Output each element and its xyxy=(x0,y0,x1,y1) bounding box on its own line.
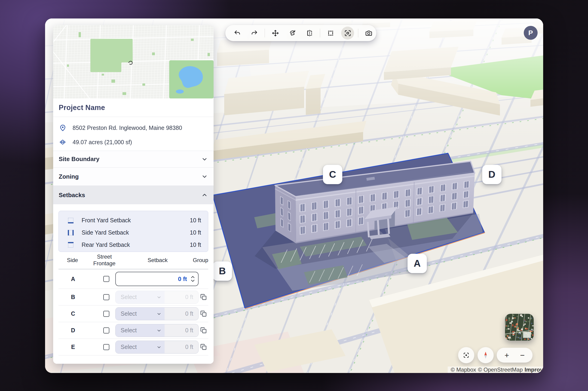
toolbar-camera-button[interactable] xyxy=(362,26,376,40)
copy-group-button[interactable] xyxy=(200,293,207,301)
section-zoning[interactable]: Zoning xyxy=(53,168,213,186)
attribution-openstreetmap[interactable]: © OpenStreetMap xyxy=(478,367,523,373)
chevron-up-icon xyxy=(201,192,207,198)
transform-box-icon xyxy=(327,29,334,37)
setback-summary-row: Front Yard Setback 10 ft xyxy=(59,214,208,226)
toolbar-divider xyxy=(358,29,358,37)
setback-summary-value: 10 ft xyxy=(190,241,201,248)
row-side-label: C xyxy=(59,310,88,317)
street-frontage-checkbox[interactable] xyxy=(103,311,109,317)
chevron-down-icon xyxy=(157,295,161,299)
focus-scan-icon xyxy=(344,29,352,37)
setback-value-field[interactable]: 0 ft xyxy=(165,324,198,337)
toolbar-transform-box-button[interactable] xyxy=(323,26,338,40)
column-header-side: Side xyxy=(59,257,87,264)
app-window: ABCD P Project Name 8502 Preston Rd. Ing… xyxy=(45,18,543,373)
toolbar-focus-scan-button[interactable] xyxy=(341,27,354,39)
zoom-out-button[interactable]: − xyxy=(520,351,525,359)
map-side-label-text: D xyxy=(489,169,495,180)
chevron-down-icon xyxy=(157,311,161,316)
setback-number-input[interactable]: 0 ft xyxy=(115,272,198,286)
attribution-mapbox[interactable]: © Mapbox xyxy=(451,367,476,373)
setback-table-row: C Select 0 ft xyxy=(59,305,208,322)
project-sidebar-panel: Project Name 8502 Preston Rd. Inglewood,… xyxy=(53,25,213,364)
street-frontage-checkbox[interactable] xyxy=(103,344,109,350)
focus-center-icon xyxy=(463,352,470,359)
project-info: 8502 Preston Rd. Inglewood, Maine 98380 … xyxy=(53,117,213,151)
setback-value-field[interactable]: 0 ft xyxy=(165,307,198,320)
chevron-down-icon xyxy=(201,174,207,180)
toolbar-rotate-button[interactable] xyxy=(285,26,299,40)
satellite-layer-toggle[interactable] xyxy=(505,314,534,341)
user-avatar[interactable]: P xyxy=(524,26,538,40)
map-side-label-c[interactable]: C xyxy=(323,165,342,184)
setback-summary-value: 10 ft xyxy=(190,229,201,236)
select-placeholder: Select xyxy=(121,327,157,334)
setback-value-field[interactable]: 0 ft xyxy=(165,341,198,353)
street-frontage-checkbox[interactable] xyxy=(103,276,109,282)
copy-group-button[interactable] xyxy=(200,343,207,351)
setback-summary-label: Side Yard Setback xyxy=(82,229,190,236)
rear-yard-setback-icon xyxy=(67,241,74,248)
setback-value-text: 0 ft xyxy=(185,327,193,334)
chevron-down-icon xyxy=(201,156,207,162)
setback-table-row: B Select 0 ft xyxy=(59,289,208,305)
street-frontage-checkbox[interactable] xyxy=(103,327,109,333)
zoom-in-button[interactable]: + xyxy=(504,351,509,359)
map-side-label-d[interactable]: D xyxy=(482,165,501,184)
setback-value-field[interactable]: 0 ft xyxy=(165,291,198,303)
select-placeholder: Select xyxy=(121,294,157,300)
area-row: 49.07 acres (21,000 sf) xyxy=(53,135,213,149)
setbacks-content: Front Yard Setback 10 ft Side Yard Setba… xyxy=(53,204,213,364)
section-setbacks[interactable]: Setbacks xyxy=(53,186,213,204)
attribution-improve-link[interactable]: Improve this map xyxy=(525,367,543,373)
chevron-down-icon xyxy=(157,345,161,349)
setback-summary-label: Front Yard Setback xyxy=(82,217,190,224)
section-site-boundary[interactable]: Site Boundary xyxy=(53,151,213,167)
copy-group-button[interactable] xyxy=(200,327,207,334)
setback-select[interactable]: Select xyxy=(115,324,165,337)
street-frontage-checkbox[interactable] xyxy=(103,294,109,300)
setback-value-text: 0 ft xyxy=(185,310,193,317)
setback-table-row: A 0 ft xyxy=(59,269,208,289)
map-side-label-text: C xyxy=(329,169,336,180)
copy-group-button[interactable] xyxy=(200,310,207,317)
map-attribution: © Mapbox © OpenStreetMap Improve this ma… xyxy=(448,367,543,373)
toolbar-redo-button[interactable] xyxy=(247,26,261,40)
setback-select[interactable]: Select xyxy=(115,291,165,303)
column-header-group: Group xyxy=(193,257,208,264)
row-side-label: D xyxy=(59,327,88,334)
satellite-thumbnail-image xyxy=(505,314,534,341)
avatar-initial: P xyxy=(528,29,533,37)
camera-icon xyxy=(365,29,373,37)
setback-select[interactable]: Select xyxy=(115,341,165,353)
map-side-label-b[interactable]: B xyxy=(213,261,232,281)
toolbar-mirror-button[interactable] xyxy=(302,26,317,40)
setback-summary-label: Rear Yard Setback xyxy=(82,241,190,248)
column-header-setback: Setback xyxy=(122,257,193,264)
address-text: 8502 Preston Rd. Inglewood, Maine 98380 xyxy=(73,124,182,131)
map-side-label-a[interactable]: A xyxy=(407,254,427,273)
setback-value-text: 0 ft xyxy=(185,294,193,300)
toolbar-move-button[interactable] xyxy=(268,26,283,40)
toolbar-divider xyxy=(320,29,320,37)
compass-button[interactable] xyxy=(478,347,494,363)
map-side-label-text: B xyxy=(219,266,226,277)
redo-icon xyxy=(251,29,258,37)
compass-needle-icon xyxy=(482,351,490,359)
setback-table-header: Side Street Frontage Setback Group xyxy=(59,253,208,268)
stepper-arrows-icon[interactable] xyxy=(190,275,195,283)
minimap[interactable] xyxy=(53,25,213,98)
section-label: Site Boundary xyxy=(59,156,201,163)
row-side-label: E xyxy=(59,344,88,350)
column-header-street-frontage: Street Frontage xyxy=(87,254,122,267)
setback-value-text: 0 ft xyxy=(185,344,193,350)
setback-table-rows: A 0 ft B Select 0 ft C Select xyxy=(59,269,208,355)
toolbar-undo-button[interactable] xyxy=(230,26,244,40)
setback-select[interactable]: Select xyxy=(115,307,165,320)
side-yard-setback-icon xyxy=(67,229,74,236)
map-toolbar xyxy=(225,25,376,41)
recenter-button[interactable] xyxy=(458,347,474,363)
setback-table-row: D Select 0 ft xyxy=(59,322,208,339)
section-label: Zoning xyxy=(59,173,201,180)
